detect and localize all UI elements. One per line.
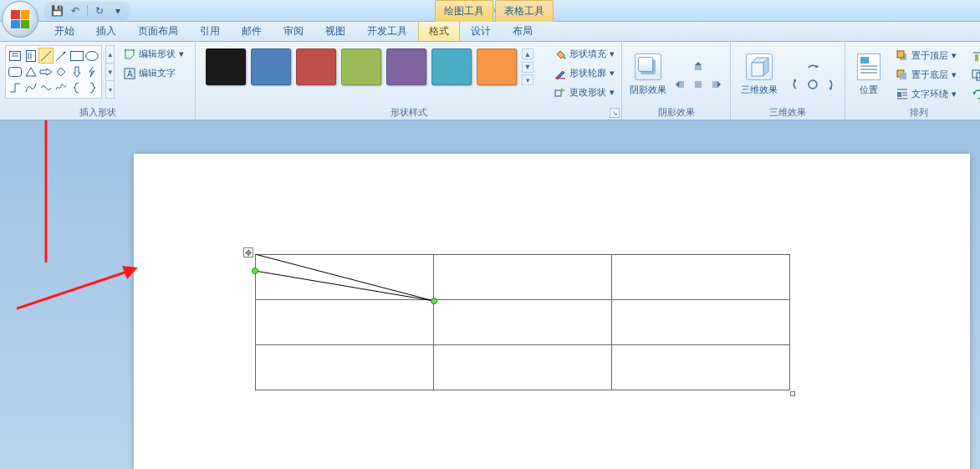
table-row[interactable]: [256, 345, 790, 390]
shape-diamond-icon[interactable]: [54, 64, 69, 79]
table-cell[interactable]: [612, 345, 790, 390]
shadow-nudge-right-icon[interactable]: [708, 76, 725, 93]
shape-handle-end[interactable]: [431, 298, 437, 304]
shadow-effects-button[interactable]: 阴影效果: [627, 48, 668, 103]
edit-text-label: 编辑文字: [139, 67, 176, 79]
tab-view[interactable]: 视图: [314, 20, 356, 41]
shape-right-brace-icon[interactable]: [84, 80, 100, 96]
shadow-nudge-left-icon[interactable]: [671, 76, 688, 93]
position-button[interactable]: 位置: [850, 48, 887, 103]
tab-design[interactable]: 设计: [460, 20, 502, 41]
table-row[interactable]: [256, 300, 790, 345]
send-to-back-button[interactable]: 置于底层▾: [891, 66, 962, 84]
shape-elbow-connector-icon[interactable]: [8, 80, 23, 96]
rotate-button[interactable]: [969, 85, 980, 102]
group-shadow-effects: 阴影效果 阴影效果: [622, 42, 731, 120]
svg-rect-29: [695, 81, 702, 88]
align-button[interactable]: [969, 48, 980, 65]
shape-right-arrow-icon[interactable]: [38, 64, 54, 79]
shape-down-arrow-icon[interactable]: [69, 64, 84, 79]
edit-shape-button[interactable]: 编辑形状 ▾: [118, 45, 190, 63]
shape-oval-icon[interactable]: [84, 48, 100, 64]
style-scroll-up-icon[interactable]: ▲: [522, 48, 533, 59]
table-cell[interactable]: [434, 345, 612, 390]
shape-handle-start[interactable]: [252, 268, 258, 274]
tab-format[interactable]: 格式: [418, 20, 460, 41]
shape-scribble-icon[interactable]: [54, 80, 69, 96]
shape-curve-icon[interactable]: [23, 80, 38, 96]
shape-rectangle-icon[interactable]: [69, 48, 84, 64]
table-cell[interactable]: [612, 300, 790, 345]
shadow-nudge-up-icon[interactable]: [690, 58, 707, 74]
undo-icon[interactable]: ↶: [69, 4, 82, 18]
shape-triangle-icon[interactable]: [23, 64, 38, 79]
shape-line-icon[interactable]: [38, 48, 54, 64]
shape-left-brace-icon[interactable]: [69, 80, 84, 96]
save-icon[interactable]: 💾: [50, 4, 64, 18]
style-swatch-4[interactable]: [386, 48, 426, 85]
tilt-up-icon[interactable]: [804, 58, 821, 74]
tilt-center-icon[interactable]: [804, 76, 821, 93]
gallery-scroll-up-icon[interactable]: ▲: [105, 45, 115, 64]
shape-vertical-textbox-icon[interactable]: [23, 48, 38, 64]
shape-freeform-icon[interactable]: [38, 80, 54, 96]
edit-text-button[interactable]: A 编辑文字: [118, 64, 190, 82]
tilt-right-icon[interactable]: [823, 76, 840, 93]
tab-mailings[interactable]: 邮件: [231, 20, 273, 41]
shadow-nudge-center-icon[interactable]: [690, 76, 707, 93]
gallery-more-icon[interactable]: ▾: [105, 81, 115, 99]
office-button[interactable]: [2, 1, 38, 38]
shape-fill-button[interactable]: 形状填充 ▾: [549, 45, 620, 63]
qat-customize-icon[interactable]: ▾: [111, 4, 125, 18]
style-swatch-5[interactable]: [431, 48, 472, 85]
threeD-effects-button[interactable]: 三维效果: [736, 48, 783, 103]
shape-outline-button[interactable]: 形状轮廓 ▾: [549, 64, 620, 82]
shape-lightning-icon[interactable]: [84, 64, 100, 79]
table-resize-handle[interactable]: [790, 391, 795, 396]
table-cell[interactable]: [434, 255, 612, 300]
style-swatch-0[interactable]: [206, 48, 246, 85]
text-wrap-label: 文字环绕: [911, 88, 948, 100]
drawn-line-shape-selected[interactable]: [255, 254, 434, 301]
group-objects-button[interactable]: [969, 67, 980, 84]
pen-outline-icon: [554, 68, 566, 79]
tab-review[interactable]: 审阅: [273, 20, 314, 41]
style-more-icon[interactable]: ▾: [522, 74, 533, 85]
page[interactable]: ✥: [134, 154, 970, 469]
context-tab-drawing-tools[interactable]: 绘图工具: [435, 0, 493, 22]
document-workspace[interactable]: ✥: [0, 120, 980, 469]
change-shape-button[interactable]: 更改形状 ▾: [549, 84, 620, 101]
table-cell[interactable]: [612, 255, 790, 300]
style-swatch-3[interactable]: [341, 48, 381, 85]
bring-to-front-button[interactable]: 置于顶层▾: [891, 47, 962, 64]
table-move-handle-icon[interactable]: ✥: [243, 247, 253, 257]
align-icon: [972, 51, 980, 63]
tab-developer[interactable]: 开发工具: [356, 20, 418, 41]
shape-textbox-icon[interactable]: [8, 48, 23, 64]
table-cell[interactable]: [256, 300, 434, 345]
style-swatch-2[interactable]: [296, 48, 336, 85]
ribbon: ▲ ▼ ▾ 编辑形状 ▾ A 编辑文字 插入形状: [0, 42, 980, 120]
gallery-scroll-down-icon[interactable]: ▼: [105, 64, 115, 81]
shape-styles-launcher-icon[interactable]: ↘: [610, 108, 620, 118]
tab-layout[interactable]: 布局: [502, 20, 544, 41]
redo-icon[interactable]: ↻: [93, 4, 106, 18]
style-swatch-1[interactable]: [251, 48, 291, 85]
shapes-gallery[interactable]: [5, 45, 102, 99]
style-scroll-down-icon[interactable]: ▼: [522, 62, 533, 73]
shape-arrow-line-icon[interactable]: [54, 48, 69, 64]
tab-page-layout[interactable]: 页面布局: [127, 20, 189, 41]
bring-front-icon: [896, 50, 908, 62]
dropdown-icon: ▾: [610, 48, 615, 59]
style-swatch-6[interactable]: [477, 48, 517, 85]
tab-references[interactable]: 引用: [189, 20, 231, 41]
tilt-left-icon[interactable]: [786, 76, 803, 93]
table-cell[interactable]: [434, 300, 612, 345]
tab-home[interactable]: 开始: [43, 20, 85, 41]
context-tab-table-tools[interactable]: 表格工具: [495, 0, 554, 22]
shape-rounded-rect-icon[interactable]: [8, 64, 23, 79]
table-cell[interactable]: [256, 345, 434, 390]
text-wrapping-button[interactable]: 文字环绕▾: [891, 85, 962, 103]
shape-style-gallery[interactable]: ▲ ▼ ▾: [201, 45, 538, 89]
tab-insert[interactable]: 插入: [85, 20, 127, 41]
